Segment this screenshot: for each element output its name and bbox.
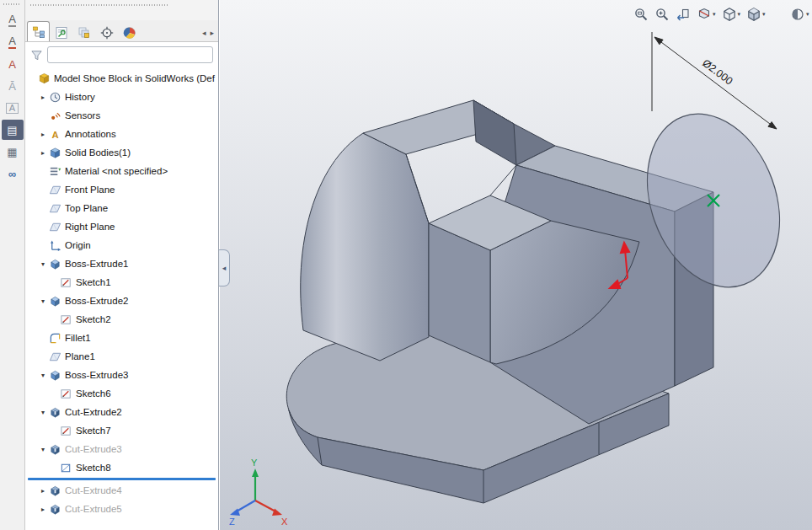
tree-item-label: Cut-Extrude4 — [65, 485, 122, 495]
graphics-area[interactable]: Ø2.000 ▾▾▾ ▾ — [220, 0, 812, 530]
tab-scroll-right-icon[interactable]: ▸ — [210, 29, 214, 37]
tree-item-label: Sketch7 — [76, 426, 111, 436]
tree-item-model-shoe-block-in-solidworks-def[interactable]: Model Shoe Block in SolidWorks (Def — [25, 69, 218, 88]
tree-item-cut-extrude3[interactable]: ▾Cut-Extrude3 — [25, 440, 218, 458]
tree-item-label: Front Plane — [65, 185, 115, 195]
tab-scroll-left-icon[interactable]: ◂ — [202, 29, 206, 37]
tab-configurationmanager[interactable] — [72, 23, 95, 41]
expander-icon[interactable]: ▾ — [38, 409, 48, 416]
tree-item-material-not-specified[interactable]: Material <not specified> — [25, 162, 218, 180]
tree-item-boss-extrude1[interactable]: ▾Boss-Extrude1 — [25, 254, 218, 273]
diameter-dimension[interactable] — [652, 32, 777, 129]
tree-item-plane1[interactable]: Plane1 — [25, 347, 218, 366]
solidworks-window: AAAĀA▤▦∞ ◂ ▸ Model Shoe Block in SolidWo… — [0, 0, 812, 530]
sketch-icon — [60, 276, 72, 289]
dimension-text[interactable]: Ø2.000 — [700, 57, 735, 88]
tree-item-fillet1[interactable]: Fillet1 — [25, 329, 218, 347]
note-button[interactable]: A — [2, 10, 24, 30]
expander-icon[interactable]: ▾ — [38, 260, 48, 268]
tree-item-label: Solid Bodies(1) — [65, 147, 131, 158]
linear-note-button[interactable]: A — [2, 32, 24, 52]
tree-item-sketch1[interactable]: Sketch1 — [25, 273, 218, 292]
sketch-icon — [60, 388, 72, 400]
orientation-triad: Y X Z — [228, 457, 296, 530]
format-text-button[interactable]: Ā — [2, 76, 24, 96]
boxed-text-button[interactable]: A — [2, 98, 24, 118]
hyperlink-button[interactable]: ∞ — [2, 163, 24, 184]
boss-extrude-icon — [49, 295, 61, 308]
expander-icon[interactable]: ▸ — [38, 131, 48, 138]
display-pane-button[interactable]: ▾ — [788, 5, 811, 24]
spell-check-icon: A — [8, 59, 16, 70]
tree-item-cut-extrude2[interactable]: ▾Cut-Extrude2 — [25, 403, 218, 421]
linear-note-icon: A — [8, 35, 16, 49]
design-library-button[interactable]: ▤ — [2, 120, 24, 140]
model-canvas[interactable]: Ø2.000 — [220, 0, 812, 530]
filter-input[interactable] — [47, 46, 213, 63]
heads-up-toolbar: ▾▾▾ — [632, 5, 767, 24]
panel-collapse-handle[interactable]: ◂ — [219, 249, 230, 286]
tree-item-label: Top Plane — [65, 203, 108, 213]
tree-item-cut-extrude4[interactable]: ▸Cut-Extrude4 — [25, 481, 218, 500]
tree-item-boss-extrude2[interactable]: ▾Boss-Extrude2 — [25, 292, 218, 310]
display-style-button[interactable]: ▾ — [745, 5, 767, 24]
propertymanager-icon — [55, 26, 68, 40]
tree-item-sketch7[interactable]: Sketch7 — [25, 421, 218, 440]
boss-extrude-icon — [49, 258, 61, 270]
zoom-to-fit-button[interactable] — [632, 5, 650, 24]
notch-inner-face[interactable] — [473, 100, 516, 165]
toolbar-grip[interactable] — [0, 0, 24, 8]
tree-item-sketch6[interactable]: Sketch6 — [25, 384, 218, 403]
dropdown-arrow-icon[interactable]: ▾ — [762, 11, 766, 18]
tree-item-label: Origin — [65, 240, 91, 250]
tab-featuremanager[interactable] — [27, 21, 50, 41]
expander-icon[interactable]: ▸ — [38, 487, 48, 495]
annotations-icon — [49, 128, 61, 141]
panel-grip[interactable] — [25, 0, 218, 20]
spell-check-button[interactable]: A — [2, 54, 24, 74]
filter-funnel-icon — [30, 49, 43, 62]
tree-item-top-plane[interactable]: Top Plane — [25, 199, 218, 217]
expander-icon[interactable]: ▸ — [38, 506, 48, 513]
tree-item-label: Fillet1 — [65, 333, 91, 343]
feature-tree: Model Shoe Block in SolidWorks (Def▸Hist… — [25, 67, 218, 530]
view-orientation-button[interactable]: ▾ — [720, 5, 743, 24]
tab-dimxpertmanager[interactable] — [95, 23, 118, 41]
tree-item-cut-extrude5[interactable]: ▸Cut-Extrude5 — [25, 500, 218, 518]
tree-item-sensors[interactable]: Sensors — [25, 106, 218, 125]
previous-view-button[interactable] — [674, 5, 692, 24]
expander-icon[interactable]: ▾ — [38, 446, 48, 453]
tab-scroll: ◂ ▸ — [202, 29, 218, 41]
rollback-bar[interactable] — [28, 478, 216, 480]
tree-item-right-plane[interactable]: Right Plane — [25, 217, 218, 236]
tree-item-front-plane[interactable]: Front Plane — [25, 180, 218, 199]
area-hatch-button[interactable]: ▦ — [2, 142, 24, 162]
tab-displaymanager[interactable] — [118, 23, 141, 41]
expander-icon[interactable]: ▾ — [38, 297, 48, 305]
tree-item-sketch2[interactable]: Sketch2 — [25, 310, 218, 329]
tree-item-sketch8[interactable]: Sketch8 — [25, 458, 218, 477]
boxed-text-icon: A — [6, 103, 19, 114]
plane-icon — [49, 351, 61, 363]
zoom-to-area-button[interactable] — [653, 5, 671, 24]
fillet-icon — [49, 332, 61, 345]
tree-item-origin[interactable]: Origin — [25, 236, 218, 254]
curved-face[interactable] — [301, 133, 429, 361]
dropdown-arrow-icon[interactable]: ▾ — [806, 11, 809, 18]
dropdown-arrow-icon[interactable]: ▾ — [738, 11, 741, 18]
tree-item-history[interactable]: ▸History — [25, 88, 218, 106]
tree-item-annotations[interactable]: ▸Annotations — [25, 125, 218, 143]
tree-item-boss-extrude3[interactable]: ▾Boss-Extrude3 — [25, 366, 218, 384]
sketch-icon — [60, 425, 72, 437]
section-view-button[interactable]: ▾ — [695, 5, 718, 24]
tree-item-solid-bodies-1[interactable]: ▸Solid Bodies(1) — [25, 143, 218, 162]
expander-icon[interactable]: ▸ — [38, 149, 48, 157]
cut-extrude-icon — [49, 484, 61, 497]
expander-icon[interactable]: ▸ — [38, 94, 48, 101]
plane-icon — [49, 202, 61, 215]
tab-propertymanager[interactable] — [50, 23, 72, 41]
expander-icon[interactable]: ▾ — [38, 372, 48, 379]
dropdown-arrow-icon[interactable]: ▾ — [713, 11, 716, 18]
triad-y-label: Y — [251, 458, 258, 468]
tree-item-label: Boss-Extrude3 — [65, 370, 128, 380]
